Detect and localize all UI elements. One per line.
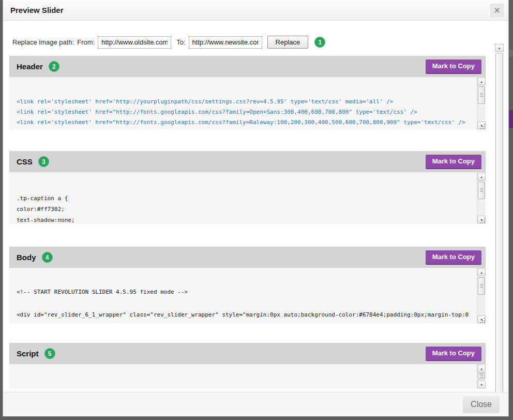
code-scrollbar[interactable]: ▲ ▼: [477, 78, 485, 129]
code-text: /***************************************…: [9, 378, 486, 389]
modal-title: Preview Slider: [10, 6, 64, 14]
section-css: CSS 3 Mark to Copy .tp-caption a { color…: [9, 151, 486, 224]
modal-scrollbar[interactable]: ▲ ▼: [495, 44, 504, 392]
step-badge-5: 5: [44, 348, 55, 359]
scrollbar-thumb[interactable]: [478, 373, 485, 379]
scroll-up-icon[interactable]: ▲: [477, 173, 486, 181]
section-body: Body 4 Mark to Copy <!-- START REVOLUTIO…: [9, 247, 486, 324]
mark-to-copy-button[interactable]: Mark to Copy: [426, 250, 481, 265]
replace-button[interactable]: Replace: [267, 36, 309, 49]
page-behind-band: [509, 50, 513, 57]
code-scrollbar[interactable]: ▲ ▼: [477, 173, 485, 223]
replace-image-path-bar: Replace image path: From: To: Replace 1: [12, 35, 486, 49]
scroll-down-icon[interactable]: ▼: [477, 381, 486, 388]
section-title: Body: [17, 253, 36, 262]
modal-body: Replace image path: From: To: Replace 1 …: [3, 21, 508, 392]
scrollbar-thumb[interactable]: [478, 86, 485, 104]
step-badge-4: 4: [42, 252, 53, 263]
from-url-input[interactable]: [98, 36, 171, 49]
scroll-up-icon[interactable]: ▲: [477, 78, 486, 85]
section-body-titlebar: Body 4 Mark to Copy: [9, 247, 486, 268]
modal-footer: Close: [3, 392, 508, 416]
preview-slider-modal: Preview Slider ✕ Replace image path: Fro…: [3, 0, 509, 416]
step-badge-3: 3: [38, 156, 49, 167]
code-text: <link rel='stylesheet' href='http://your…: [9, 91, 486, 130]
css-code-textarea[interactable]: .tp-caption a { color:#ff7302; text-shad…: [9, 172, 486, 224]
section-script: Script 5 Mark to Copy /*****************…: [9, 343, 486, 389]
section-title: Header: [17, 62, 43, 71]
scrollbar-thumb[interactable]: [478, 277, 485, 295]
page-behind-purple-element: [509, 110, 513, 128]
body-code-textarea[interactable]: <!-- START REVOLUTION SLIDER 4.5.95 fixe…: [9, 268, 486, 324]
code-text: <!-- START REVOLUTION SLIDER 4.5.95 fixe…: [9, 281, 486, 324]
scrollbar-thumb[interactable]: [478, 182, 485, 199]
to-label: To:: [176, 38, 185, 46]
close-icon[interactable]: ✕: [490, 4, 504, 17]
section-script-titlebar: Script 5 Mark to Copy: [9, 343, 486, 364]
mark-to-copy-button[interactable]: Mark to Copy: [426, 155, 481, 169]
close-button[interactable]: Close: [463, 396, 500, 413]
code-scrollbar[interactable]: ▲ ▼: [477, 365, 485, 388]
section-title: CSS: [17, 157, 33, 166]
code-text: .tp-caption a { color:#ff7302; text-shad…: [9, 186, 486, 224]
step-badge-1: 1: [314, 37, 325, 48]
code-scrollbar[interactable]: ▲ ▼: [477, 268, 485, 323]
scroll-up-icon[interactable]: ▲: [477, 365, 486, 372]
section-css-titlebar: CSS 3 Mark to Copy: [9, 151, 486, 172]
from-label: From:: [77, 38, 95, 46]
step-badge-2: 2: [49, 61, 59, 72]
section-header: Header 2 Mark to Copy <link rel='stylesh…: [9, 56, 486, 130]
mark-to-copy-button[interactable]: Mark to Copy: [426, 59, 481, 74]
modal-header: Preview Slider ✕: [3, 0, 508, 21]
scroll-up-icon[interactable]: ▲: [495, 44, 504, 52]
to-url-input[interactable]: [189, 36, 262, 49]
section-header-titlebar: Header 2 Mark to Copy: [9, 56, 486, 77]
script-code-textarea[interactable]: /***************************************…: [9, 364, 486, 389]
header-code-textarea[interactable]: <link rel='stylesheet' href='http://your…: [9, 77, 486, 130]
scroll-up-icon[interactable]: ▲: [477, 268, 486, 276]
mark-to-copy-button[interactable]: Mark to Copy: [426, 347, 481, 361]
scrollbar-thumb[interactable]: [495, 53, 503, 392]
replace-path-label: Replace image path:: [12, 38, 74, 46]
section-title: Script: [17, 349, 39, 358]
